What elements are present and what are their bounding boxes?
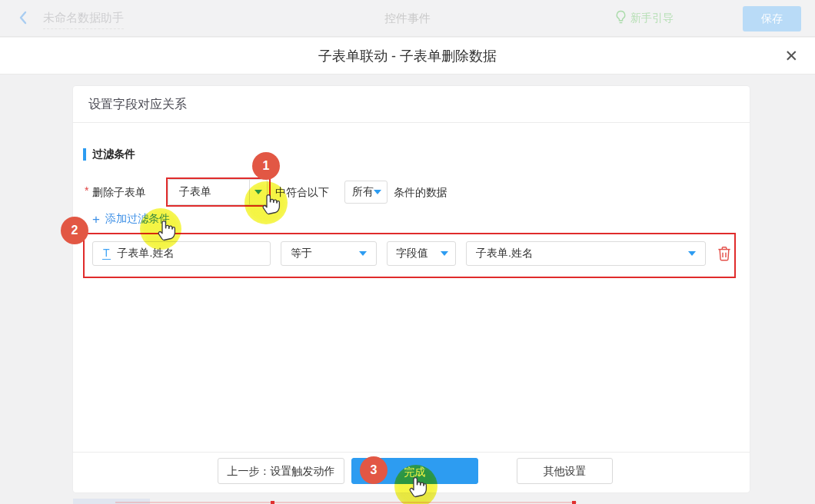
modal-header: 子表单联动 - 子表单删除数据 ✕ [0, 38, 815, 75]
next-content-annotation-tick [572, 501, 576, 504]
condition-field-input[interactable]: T 子表单.姓名 [92, 241, 271, 266]
guide-label: 新手引导 [630, 12, 674, 25]
condition-field-value: 子表单.姓名 [111, 247, 175, 260]
operator-select[interactable]: 等于 [281, 241, 377, 266]
scope-select-value: 所有 [352, 185, 374, 199]
card-header: 设置字段对应关系 [73, 86, 750, 123]
chevron-down-icon [441, 251, 448, 256]
plus-icon: + [92, 213, 100, 226]
middle-text: 中符合以下 [275, 179, 329, 205]
suffix-text: 条件的数据 [394, 179, 447, 205]
text-field-type-icon: T [102, 247, 111, 260]
add-filter-label: 添加过滤条件 [105, 212, 170, 226]
value-type-select[interactable]: 字段值 [387, 241, 456, 266]
add-filter-condition-link[interactable]: + 添加过滤条件 [92, 212, 170, 226]
chevron-down-icon [688, 251, 696, 256]
chevron-down-icon [374, 190, 381, 194]
lightbulb-icon [615, 10, 627, 27]
value-type-value: 字段值 [396, 247, 428, 260]
topbar: 未命名数据助手 控件事件 新手引导 保存 [0, 0, 815, 37]
settings-card: 设置字段对应关系 过滤条件 * 删除子表单 子表单 中符合以下 所有 条件的数据… [73, 86, 750, 492]
subform-select-value: 子表单 [168, 185, 249, 199]
chevron-down-icon [254, 190, 262, 194]
other-settings-button[interactable]: 其他设置 [517, 458, 613, 484]
screen: 未命名数据助手 控件事件 新手引导 保存 子表单联动 - 子表单删除数据 ✕ 设… [0, 0, 815, 504]
trash-icon [717, 250, 731, 264]
topbar-title: 控件事件 [0, 12, 815, 26]
save-button[interactable]: 保存 [743, 6, 801, 32]
footer-divider [73, 452, 750, 453]
next-content-annotation-edge [115, 502, 577, 503]
operator-value: 等于 [291, 247, 312, 260]
chevron-down-icon [359, 251, 367, 256]
next-content-annotation-tick [271, 501, 274, 504]
compare-value: 子表单.姓名 [476, 247, 533, 260]
subform-select[interactable]: 子表单 [168, 179, 268, 205]
delete-subform-label: 删除子表单 [92, 179, 146, 205]
step-badge-3: 3 [360, 456, 388, 484]
scope-select[interactable]: 所有 [344, 181, 388, 204]
step-badge-1: 1 [252, 152, 280, 180]
prev-step-button[interactable]: 上一步：设置触发动作 [218, 458, 344, 484]
compare-value-select[interactable]: 子表单.姓名 [466, 241, 706, 266]
required-mark: * [85, 184, 88, 197]
section-marker [83, 148, 86, 161]
close-icon[interactable]: ✕ [780, 45, 803, 67]
modal-title: 子表单联动 - 子表单删除数据 [0, 47, 815, 65]
filter-section-title: 过滤条件 [92, 148, 135, 161]
card-header-title: 设置字段对应关系 [88, 97, 187, 113]
beginner-guide-button[interactable]: 新手引导 [615, 10, 674, 27]
delete-condition-button[interactable] [717, 246, 733, 261]
subform-select-arrow-zone[interactable] [249, 180, 267, 204]
step-badge-2: 2 [61, 217, 88, 244]
